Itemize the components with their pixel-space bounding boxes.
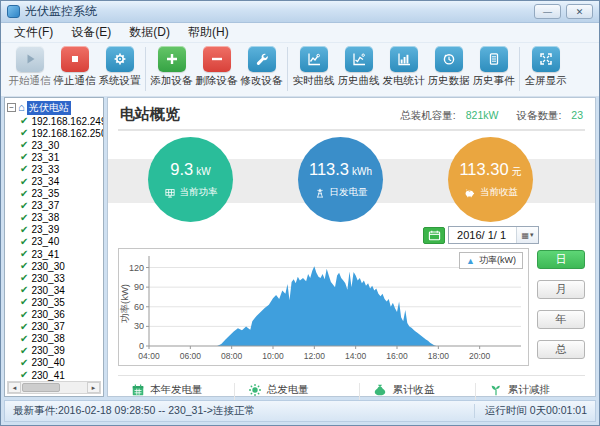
chart-legend: ▲ 功率(kW)	[459, 252, 523, 269]
tree-item[interactable]: ✔ 23_39	[7, 224, 103, 236]
collapse-icon[interactable]: −	[7, 103, 16, 112]
range-button-year[interactable]: 年	[537, 310, 585, 329]
tree-root[interactable]: − ⌂ 光伏电站	[7, 100, 103, 115]
edit-device-button[interactable]: 修改设备	[239, 46, 284, 88]
check-icon: ✔	[20, 128, 28, 138]
menu-item[interactable]: 文件(F)	[5, 22, 62, 43]
history-curve-button[interactable]: 历史曲线	[336, 46, 381, 88]
tree-item[interactable]: ✔ 230_33	[7, 272, 103, 284]
gauge-band: 9.3kW 当前功率 113.3kWh 日发电量 113.30元 当前收益	[118, 135, 585, 222]
start-comm-button[interactable]: 开始通信	[7, 46, 52, 88]
add-device-button[interactable]: 添加设备	[149, 46, 194, 88]
menu-item[interactable]: 设备(E)	[62, 22, 120, 43]
check-icon: ✔	[20, 297, 28, 307]
tree-item[interactable]: ✔ 23_35	[7, 188, 103, 200]
fullscreen-button[interactable]: 全屏显示	[523, 46, 568, 88]
svg-text:06:00: 06:00	[180, 351, 202, 361]
history-events-button[interactable]: 历史事件	[471, 46, 516, 88]
overview-header: 电站概览 总装机容量: 821kW 设备数量: 23	[118, 98, 585, 131]
power-tower-icon	[314, 187, 326, 199]
check-icon: ✔	[20, 164, 28, 174]
money-bag-icon	[373, 383, 387, 397]
tree-item[interactable]: ✔ 230_40	[7, 357, 103, 369]
scroll-left-icon[interactable]: ◄	[8, 382, 21, 393]
chart-row: 030609012004:0006:0008:0010:0012:0014:00…	[118, 248, 585, 366]
minimize-button[interactable]: —	[534, 4, 561, 19]
calendar-button[interactable]	[423, 227, 445, 244]
tree-item[interactable]: ✔ 23_37	[7, 200, 103, 212]
tree-item[interactable]: ✔ 23_41	[7, 248, 103, 260]
gauge-daily-energy: 113.3kWh 日发电量	[298, 137, 383, 222]
generation-stats-button[interactable]: 发电统计	[381, 46, 426, 88]
range-button-total[interactable]: 总	[537, 340, 585, 359]
close-button[interactable]: ✕	[566, 4, 593, 19]
scroll-right-icon[interactable]: ►	[87, 382, 100, 393]
history-clock-icon	[435, 46, 463, 72]
menubar: 文件(F)设备(E)数据(D)帮助(H)	[1, 23, 599, 43]
stop-comm-button[interactable]: 停止通信	[52, 46, 97, 88]
check-icon: ✔	[20, 310, 28, 320]
delete-device-button[interactable]: 删除设备	[194, 46, 239, 88]
tree-item[interactable]: ✔ 230_35	[7, 296, 103, 308]
gear-icon	[106, 46, 134, 72]
menu-item[interactable]: 帮助(H)	[179, 22, 238, 43]
history-curve-icon	[345, 46, 373, 72]
tree-item[interactable]: ✔ 23_40	[7, 236, 103, 248]
svg-text:10:00: 10:00	[262, 351, 284, 361]
calendar-grid-icon: ▦	[521, 231, 529, 240]
range-button-day[interactable]: 日	[537, 250, 585, 269]
date-value: 2016/ 1/ 1	[449, 229, 516, 241]
capacity-label: 总装机容量:	[400, 109, 455, 123]
tree-item[interactable]: ✔ 230_38	[7, 333, 103, 345]
check-icon: ✔	[20, 152, 28, 162]
tree-horizontal-scrollbar[interactable]: ◄ ►	[7, 381, 101, 394]
tree-item[interactable]: ✔ 192.168.162.249	[7, 115, 103, 127]
svg-text:功率(kW): 功率(kW)	[119, 284, 130, 323]
tree-item[interactable]: ✔ 230_37	[7, 321, 103, 333]
svg-text:14:00: 14:00	[345, 351, 367, 361]
sun-icon	[248, 383, 262, 397]
tree-item[interactable]: ✔ 230_34	[7, 284, 103, 296]
date-picker[interactable]: 2016/ 1/ 1 ▦▾	[448, 226, 539, 244]
tree-item[interactable]: ✔ 192.168.162.250	[7, 127, 103, 139]
page-title: 电站概览	[120, 105, 382, 124]
scrollbar-thumb[interactable]	[22, 383, 60, 392]
tree-root-label: 光伏电站	[27, 101, 71, 115]
tree-item[interactable]: ✔ 23_30	[7, 139, 103, 151]
menu-item[interactable]: 数据(D)	[120, 22, 179, 43]
device-tree: − ⌂ 光伏电站 ✔ 192.168.162.249 ✔ 192.168.162…	[4, 97, 104, 397]
window-title: 光伏监控系统	[25, 3, 529, 20]
check-icon: ✔	[20, 177, 28, 187]
date-dropdown-button[interactable]: ▦▾	[516, 227, 538, 243]
app-window: 光伏监控系统 — ✕ 文件(F)设备(E)数据(D)帮助(H) 开始通信 停止通…	[0, 0, 600, 426]
range-buttons: 日 月 年 总	[537, 248, 585, 366]
tree-item[interactable]: ✔ 230_36	[7, 309, 103, 321]
check-icon: ✔	[20, 322, 28, 332]
realtime-curve-button[interactable]: 实时曲线	[291, 46, 336, 88]
svg-text:12:00: 12:00	[304, 351, 326, 361]
gauge-current-revenue: 113.30元 当前收益	[448, 137, 533, 222]
history-data-button[interactable]: 历史数据	[426, 46, 471, 88]
station-overview-panel: 电站概览 总装机容量: 821kW 设备数量: 23 9.3kW 当前功率 11…	[107, 97, 596, 397]
tree-item[interactable]: ✔ 230_30	[7, 260, 103, 272]
tree-item[interactable]: ✔ 230_39	[7, 345, 103, 357]
system-settings-button[interactable]: 系统设置	[97, 46, 142, 88]
stop-icon	[61, 46, 89, 72]
tree-item[interactable]: ✔ 23_38	[7, 212, 103, 224]
gauge-current-power: 9.3kW 当前功率	[148, 137, 233, 222]
content-area: − ⌂ 光伏电站 ✔ 192.168.162.249 ✔ 192.168.162…	[4, 97, 596, 397]
plus-icon	[158, 46, 186, 72]
range-button-month[interactable]: 月	[537, 280, 585, 299]
capacity-value: 821kW	[466, 109, 499, 121]
tree-item[interactable]: ✔ 23_31	[7, 151, 103, 163]
toolbar-separator	[287, 47, 288, 91]
solar-panel-icon	[164, 187, 176, 199]
area-swatch-icon: ▲	[466, 256, 475, 266]
tree-item[interactable]: ✔ 230_41	[7, 369, 103, 381]
svg-text:04:00: 04:00	[138, 351, 160, 361]
check-icon: ✔	[20, 358, 28, 368]
tree-item[interactable]: ✔ 23_34	[7, 175, 103, 187]
svg-text:16:00: 16:00	[386, 351, 408, 361]
statusbar: 最新事件:2016-02-18 09:28:50 -- 230_31->连接正常…	[4, 400, 596, 422]
tree-item[interactable]: ✔ 23_33	[7, 163, 103, 175]
